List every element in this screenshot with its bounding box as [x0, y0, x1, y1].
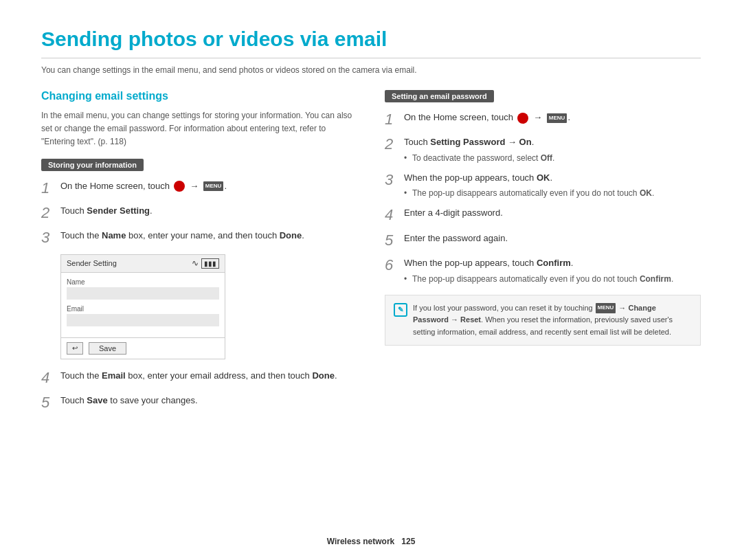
- home-icon-r: [517, 113, 528, 124]
- left-column: Changing email settings In the email men…: [41, 90, 357, 419]
- left-step-1: 1 On the Home screen, touch → MENU.: [41, 179, 357, 197]
- menu-badge-r: MENU: [547, 113, 567, 123]
- left-section-title: Changing email settings: [41, 90, 357, 102]
- left-step-2: 2 Touch Sender Setting.: [41, 204, 357, 222]
- email-label: Email: [67, 305, 219, 313]
- footer-section: Wireless network: [327, 537, 395, 546]
- right-column: Setting an email password 1 On the Home …: [385, 90, 701, 419]
- page-footer: Wireless network 125: [0, 537, 742, 546]
- sender-box-header: Sender Setting ∿ ▮▮▮: [61, 255, 225, 273]
- sender-box-footer: ↩ Save: [61, 337, 225, 359]
- right-step-6: 6 When the pop-up appears, touch Confirm…: [385, 256, 701, 285]
- back-button[interactable]: ↩: [67, 342, 83, 355]
- menu-badge: MENU: [203, 181, 224, 191]
- page-title: Sending photos or videos via email: [41, 27, 701, 58]
- footer-page-number: 125: [401, 537, 415, 546]
- sender-box-icons: ∿ ▮▮▮: [192, 258, 219, 269]
- sender-box-body: Name Email: [61, 273, 225, 337]
- note-text: If you lost your password, you can reset…: [413, 302, 692, 339]
- note-icon: ✎: [394, 303, 407, 317]
- battery-icon: ▮▮▮: [201, 258, 219, 269]
- right-step-2: 2 Touch Setting Password → On. To deacti…: [385, 135, 701, 164]
- name-input[interactable]: [67, 287, 219, 300]
- wifi-icon: ∿: [192, 258, 199, 268]
- menu-badge-note: MENU: [596, 303, 616, 313]
- right-step-2-bullet: To deactivate the password, select Off.: [404, 152, 701, 164]
- setting-email-password-badge: Setting an email password: [385, 90, 494, 102]
- sender-box-title: Sender Setting: [67, 259, 117, 267]
- right-step-4: 4 Enter a 4-digit password.: [385, 206, 701, 224]
- home-icon: [174, 181, 185, 192]
- right-step-6-bullet: The pop-up disappears automatically even…: [404, 273, 701, 285]
- name-label: Name: [67, 278, 219, 286]
- left-step-4: 4 Touch the Email box, enter your email …: [41, 369, 357, 387]
- left-section-desc: In the email menu, you can change settin…: [41, 109, 357, 149]
- right-step-5: 5 Enter the password again.: [385, 232, 701, 249]
- email-input[interactable]: [67, 314, 219, 326]
- left-step-3: 3 Touch the Name box, enter your name, a…: [41, 229, 357, 247]
- save-button[interactable]: Save: [89, 342, 126, 355]
- intro-text: You can change settings in the email men…: [41, 65, 701, 75]
- right-step-3-bullet: The pop-up disappears automatically even…: [404, 187, 701, 199]
- storing-info-badge: Storing your information: [41, 159, 144, 171]
- right-step-1: 1 On the Home screen, touch → MENU.: [385, 111, 701, 128]
- note-box: ✎ If you lost your password, you can res…: [385, 295, 701, 346]
- sender-setting-box: Sender Setting ∿ ▮▮▮ Name Email ↩ Save: [60, 254, 225, 359]
- left-step-5: 5 Touch Save to save your changes.: [41, 394, 357, 412]
- right-step-3: 3 When the pop-up appears, touch OK. The…: [385, 171, 701, 200]
